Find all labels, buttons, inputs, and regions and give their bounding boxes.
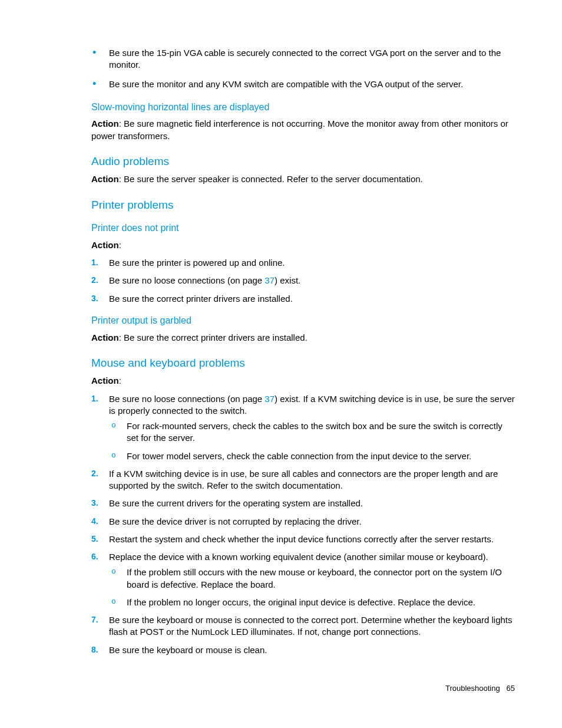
top-bullet-list: Be sure the 15-pin VGA cable is securely… (91, 47, 515, 90)
heading-audio: Audio problems (91, 154, 515, 169)
paragraph: Action: Be sure magnetic field interfere… (91, 118, 515, 142)
list-item: Be sure the current drivers for the oper… (91, 498, 515, 509)
paragraph: Action: Be sure the server speaker is co… (91, 173, 515, 185)
action-label: Action (91, 240, 119, 250)
footer-section: Troubleshooting (445, 684, 500, 693)
text: Replace the device with a known working … (109, 552, 488, 562)
sub-list: If the problem still occurs with the new… (109, 566, 515, 608)
heading-mouse-keyboard: Mouse and keyboard problems (91, 355, 515, 371)
printer-steps: Be sure the printer is powered up and on… (91, 257, 515, 305)
list-item: Be sure the keyboard or mouse is connect… (91, 614, 515, 638)
page-link[interactable]: 37 (265, 275, 275, 285)
footer-page-number: 65 (507, 684, 515, 693)
action-text: : Be sure the correct printer drivers ar… (119, 332, 308, 342)
list-item: Be sure the correct printer drivers are … (91, 293, 515, 305)
action-label: Action (91, 375, 119, 386)
paragraph: Action: (91, 239, 515, 251)
paragraph: Action: Be sure the correct printer driv… (91, 332, 515, 344)
list-item: If the problem no longer occurs, the ori… (109, 597, 515, 608)
colon: : (119, 375, 121, 386)
action-label: Action (91, 174, 119, 184)
text: Be sure no loose connections (on page (109, 394, 265, 404)
page-link[interactable]: 37 (265, 394, 275, 404)
list-item: Be sure the device driver is not corrupt… (91, 516, 515, 528)
list-item: Replace the device with a known working … (91, 551, 515, 608)
list-item: If a KVM switching device is in use, be … (91, 468, 515, 492)
heading-printer-not-print: Printer does not print (91, 222, 515, 235)
list-item: Restart the system and check whether the… (91, 533, 515, 545)
heading-printer-garbled: Printer output is garbled (91, 314, 515, 327)
list-item: Be sure the printer is powered up and on… (91, 257, 515, 269)
list-item: Be sure no loose connections (on page 37… (91, 393, 515, 462)
action-text: : Be sure the server speaker is connecte… (119, 174, 423, 184)
sub-list: For rack-mounted servers, check the cabl… (109, 420, 515, 462)
action-label: Action (91, 118, 119, 129)
document-page: Be sure the 15-pin VGA cable is securely… (0, 0, 562, 728)
text: ) exist. (275, 275, 300, 285)
colon: : (119, 240, 121, 250)
list-item: Be sure the monitor and any KVM switch a… (91, 78, 515, 90)
action-label: Action (91, 332, 119, 342)
heading-printer: Printer problems (91, 197, 515, 213)
list-item: If the problem still occurs with the new… (109, 566, 515, 591)
paragraph: Action: (91, 375, 515, 387)
action-text: : Be sure magnetic field interference is… (91, 118, 508, 140)
list-item: Be sure no loose connections (on page 37… (91, 275, 515, 286)
mouse-steps: Be sure no loose connections (on page 37… (91, 393, 515, 656)
list-item: For tower model servers, check the cable… (109, 450, 515, 462)
list-item: Be sure the keyboard or mouse is clean. (91, 644, 515, 656)
heading-slow-lines: Slow-moving horizontal lines are display… (91, 101, 515, 114)
text: Be sure no loose connections (on page (109, 275, 265, 285)
list-item: Be sure the 15-pin VGA cable is securely… (91, 47, 515, 71)
list-item: For rack-mounted servers, check the cabl… (109, 420, 515, 444)
page-footer: Troubleshooting 65 (445, 683, 515, 694)
